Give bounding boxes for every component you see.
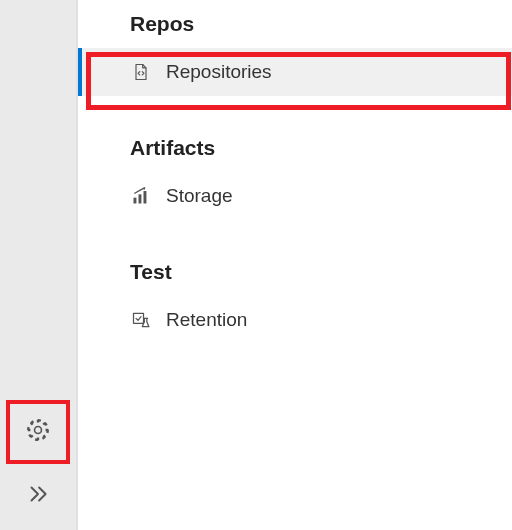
svg-rect-3	[139, 194, 142, 203]
section-header-repos: Repos	[78, 6, 512, 48]
chevron-double-right-icon	[25, 481, 51, 511]
expand-button[interactable]	[10, 468, 66, 524]
svg-point-1	[28, 420, 48, 440]
svg-rect-4	[144, 191, 147, 204]
settings-highlight-box	[6, 400, 70, 464]
chart-up-icon	[130, 185, 152, 207]
nav-item-label: Storage	[166, 185, 233, 207]
section-header-test: Test	[78, 254, 512, 296]
nav-item-label: Retention	[166, 309, 247, 331]
nav-item-storage[interactable]: Storage	[78, 172, 512, 220]
section-test: Test Retention	[78, 248, 512, 344]
left-rail	[0, 0, 77, 530]
code-file-icon	[130, 61, 152, 83]
flask-check-icon	[130, 309, 152, 331]
section-header-artifacts: Artifacts	[78, 130, 512, 172]
svg-point-0	[35, 427, 42, 434]
nav-item-label: Repositories	[166, 61, 272, 83]
gear-icon	[25, 417, 51, 447]
section-repos: Repos Repositories	[78, 0, 512, 96]
svg-rect-2	[134, 198, 137, 204]
nav-item-repositories[interactable]: Repositories	[78, 48, 512, 96]
nav-item-retention[interactable]: Retention	[78, 296, 512, 344]
settings-nav-panel: Repos Repositories Artifacts	[77, 0, 512, 530]
section-artifacts: Artifacts Storage	[78, 124, 512, 220]
svg-rect-6	[134, 313, 144, 323]
settings-button[interactable]	[10, 404, 66, 460]
